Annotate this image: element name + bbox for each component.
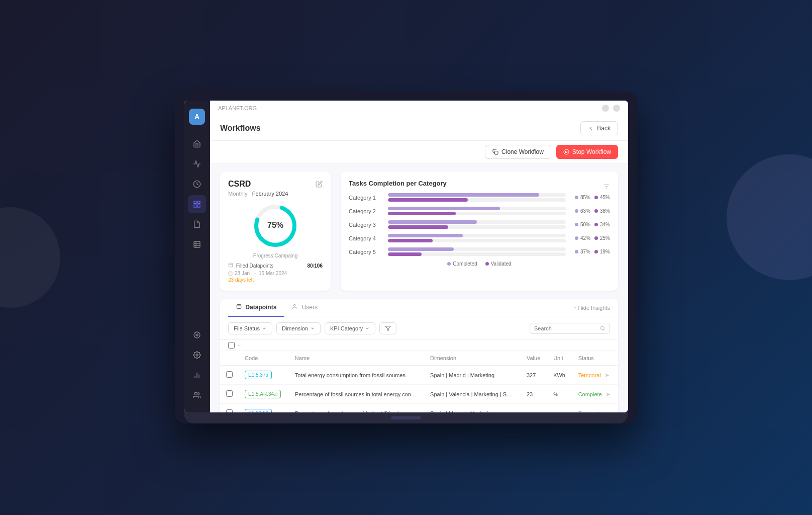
send-icon-1[interactable]: ➤	[605, 391, 611, 398]
row-status-0: Temporal	[578, 372, 601, 378]
sidebar-item-docs[interactable]	[188, 215, 206, 233]
svg-rect-31	[237, 304, 241, 308]
sidebar-item-table[interactable]	[188, 235, 206, 253]
page-title: Workflows	[220, 124, 261, 133]
send-icon-0[interactable]: ➤	[604, 372, 610, 379]
table-section: Datapoints Users ↑ Hide Insights File St…	[220, 299, 618, 412]
legend-completed: Completed	[453, 261, 477, 267]
send-icon-2[interactable]: ➤	[597, 410, 602, 413]
row-status-1: Complete	[578, 391, 602, 397]
workflow-actions: Clone Workflow Stop Workflow	[210, 141, 628, 163]
sidebar-item-analytics[interactable]	[188, 155, 206, 173]
col-code: Code	[239, 351, 289, 366]
calendar-icon	[228, 271, 233, 276]
select-all-row	[220, 340, 618, 351]
row-checkbox-0[interactable]	[226, 371, 233, 378]
row-checkbox-1[interactable]	[226, 390, 233, 397]
svg-point-15	[194, 392, 197, 395]
page-header: Workflows Back	[210, 116, 628, 141]
code-badge-1: E1.5.AR.34.ii	[245, 390, 281, 398]
chart-card: Tasks Completion per Category Category 1	[341, 171, 618, 291]
search-icon	[600, 325, 605, 331]
sidebar-item-home[interactable]	[188, 135, 206, 153]
code-badge-2: S1.12.80	[245, 409, 272, 412]
sidebar-item-workflows[interactable]	[188, 195, 206, 213]
data-table: Code Name Dimension Value Unit Status	[220, 351, 618, 412]
top-bar: APLANET.ORG	[210, 101, 628, 116]
search-input[interactable]	[534, 325, 597, 331]
category-row-5: Category 5 37% 19%	[349, 247, 610, 256]
row-name-2: Percentage of employees with disabilitie…	[289, 404, 424, 413]
top-section: CSRD Monthly February 2024	[220, 171, 618, 291]
category-row-4: Category 4 42% 25%	[349, 234, 610, 242]
hide-insights-button[interactable]: ↑ Hide Insights	[574, 305, 610, 311]
tab-users-label: Users	[302, 304, 318, 311]
legend-validated: Validated	[491, 261, 512, 267]
monthly-label: Monthly February 2024	[228, 191, 323, 197]
category-row-1: Category 1 85% 45%	[349, 193, 610, 202]
row-value-2	[521, 404, 547, 413]
stop-label: Stop Workflow	[572, 148, 611, 155]
filters-row: File Status Dimension KPI Category	[220, 317, 618, 340]
select-all-checkbox[interactable]	[228, 342, 235, 349]
col-status: Status	[572, 351, 618, 366]
kpi-category-filter[interactable]: KPI Category	[325, 322, 375, 334]
select-all-chevron	[237, 343, 242, 348]
filter-icon-button[interactable]	[379, 322, 396, 334]
kpi-chevron	[365, 326, 370, 331]
file-status-filter[interactable]: File Status	[228, 322, 272, 334]
svg-line-36	[604, 329, 605, 330]
dimension-filter[interactable]: Dimension	[276, 322, 321, 334]
filter-funnel-icon	[385, 325, 391, 331]
tab-users[interactable]: Users	[284, 299, 326, 317]
datapoints-label: Filled Datapoints	[228, 263, 273, 269]
file-status-chevron	[262, 326, 267, 331]
category-row-3: Category 3 50% 34%	[349, 220, 610, 229]
svg-point-33	[294, 304, 296, 306]
svg-rect-5	[194, 241, 200, 247]
svg-rect-24	[229, 272, 232, 276]
stop-workflow-button[interactable]: Stop Workflow	[556, 145, 618, 159]
row-value-1: 23	[521, 385, 547, 404]
svg-rect-3	[197, 205, 200, 207]
dimension-chevron	[310, 326, 315, 331]
row-status-2: Empty	[578, 410, 594, 413]
svg-text:75%: 75%	[267, 221, 283, 229]
sidebar-logo: A	[189, 109, 205, 125]
row-value-0: 327	[521, 366, 547, 385]
date-range: 28 Jan → 15 Mar 2024	[228, 271, 323, 276]
row-unit-0: KWh	[547, 366, 572, 385]
sidebar-item-users[interactable]	[188, 386, 206, 404]
svg-point-9	[196, 334, 198, 336]
svg-rect-2	[197, 201, 200, 204]
svg-rect-18	[565, 151, 567, 153]
top-bar-dot1	[602, 105, 609, 112]
svg-rect-22	[229, 263, 233, 267]
svg-rect-4	[194, 205, 196, 207]
clone-workflow-button[interactable]: Clone Workflow	[485, 145, 551, 159]
row-name-0: Total energy consumption from fossil sou…	[289, 366, 424, 385]
col-value: Value	[521, 351, 547, 366]
donut-chart: 75%	[250, 201, 300, 251]
row-name-1: Percentage of fossil sources in total en…	[289, 385, 424, 404]
back-button[interactable]: Back	[580, 121, 618, 135]
sidebar-item-history[interactable]	[188, 175, 206, 193]
sidebar-item-chart[interactable]	[188, 366, 206, 384]
progress-subtitle: Progress Campaing	[253, 253, 297, 259]
days-left: 23 days left	[228, 277, 323, 283]
col-checkbox	[220, 351, 239, 366]
tab-datapoints[interactable]: Datapoints	[228, 299, 284, 317]
svg-point-10	[194, 332, 200, 338]
edit-icon[interactable]	[316, 181, 323, 188]
laptop-notch	[391, 416, 421, 419]
main-content: APLANET.ORG Workflows Back Clone Workfl	[210, 101, 628, 412]
filter-icon[interactable]	[603, 183, 610, 190]
sidebar-item-settings2[interactable]	[188, 346, 206, 364]
progress-card: CSRD Monthly February 2024	[220, 171, 331, 291]
row-unit-1: %	[547, 385, 572, 404]
svg-point-35	[601, 326, 604, 330]
back-label: Back	[597, 125, 611, 132]
sidebar-item-settings1[interactable]	[188, 326, 206, 344]
svg-marker-34	[385, 326, 390, 331]
row-checkbox-2[interactable]	[226, 409, 233, 412]
